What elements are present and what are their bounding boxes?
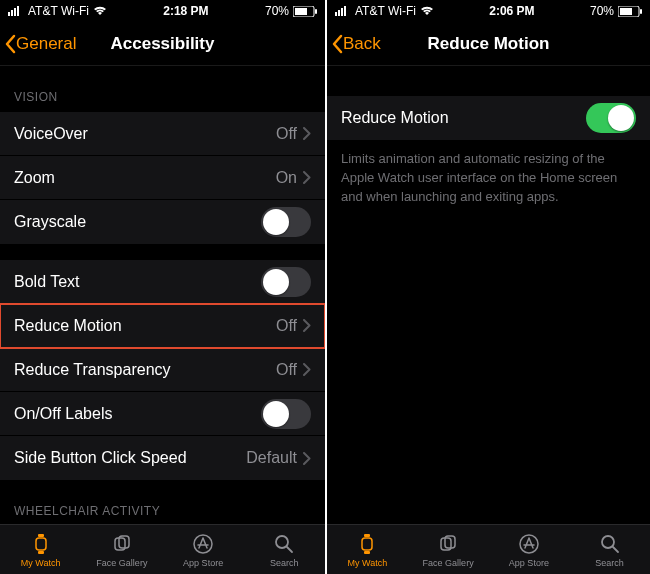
- tab-app-store[interactable]: App Store: [163, 525, 244, 574]
- clock: 2:06 PM: [434, 4, 590, 18]
- toggle-knob: [608, 105, 634, 131]
- face-gallery-icon: [110, 532, 134, 556]
- content-scroll[interactable]: Reduce Motion Limits animation and autom…: [327, 66, 650, 524]
- row-detail: On: [276, 169, 297, 187]
- row-reduce-transparency[interactable]: Reduce Transparency Off: [0, 348, 325, 392]
- svg-line-29: [613, 547, 618, 552]
- svg-rect-21: [640, 9, 642, 14]
- svg-rect-17: [341, 8, 343, 16]
- tab-face-gallery[interactable]: Face Gallery: [81, 525, 162, 574]
- row-label: On/Off Labels: [14, 405, 261, 423]
- toggle-grayscale[interactable]: [261, 207, 311, 237]
- tab-app-store[interactable]: App Store: [489, 525, 570, 574]
- description-text: Limits animation and automatic resizing …: [327, 140, 650, 217]
- svg-line-14: [287, 547, 292, 552]
- row-label: Zoom: [14, 169, 276, 187]
- tab-label: My Watch: [21, 558, 61, 568]
- row-reduce-motion-toggle[interactable]: Reduce Motion: [327, 96, 650, 140]
- reduce-motion-group: Reduce Motion: [327, 96, 650, 140]
- tab-label: Face Gallery: [423, 558, 474, 568]
- svg-rect-6: [315, 9, 317, 14]
- svg-rect-20: [620, 8, 632, 15]
- tab-label: App Store: [509, 558, 549, 568]
- row-label: Bold Text: [14, 273, 261, 291]
- toggle-reduce-motion[interactable]: [586, 103, 636, 133]
- tab-face-gallery[interactable]: Face Gallery: [408, 525, 489, 574]
- back-label: General: [16, 34, 76, 54]
- chevron-right-icon: [303, 171, 311, 184]
- row-side-button[interactable]: Side Button Click Speed Default: [0, 436, 325, 480]
- reduce-motion-panel: AT&T Wi-Fi 2:06 PM 70% Back Reduce Motio…: [325, 0, 650, 574]
- row-label: Reduce Motion: [341, 109, 586, 127]
- row-onoff-labels[interactable]: On/Off Labels: [0, 392, 325, 436]
- tab-search[interactable]: Search: [244, 525, 325, 574]
- tab-my-watch[interactable]: My Watch: [0, 525, 81, 574]
- toggle-knob: [263, 269, 289, 295]
- row-detail: Off: [276, 317, 297, 335]
- back-button[interactable]: General: [0, 34, 76, 54]
- row-reduce-motion[interactable]: Reduce Motion Off: [0, 304, 325, 348]
- vision-group: VoiceOver Off Zoom On Grayscale: [0, 112, 325, 244]
- clock: 2:18 PM: [107, 4, 265, 18]
- svg-rect-2: [14, 8, 16, 16]
- status-bar: AT&T Wi-Fi 2:18 PM 70%: [0, 0, 325, 22]
- tab-bar: My Watch Face Gallery App Store Search: [0, 524, 325, 574]
- row-grayscale[interactable]: Grayscale: [0, 200, 325, 244]
- carrier-text: AT&T Wi-Fi: [28, 4, 89, 18]
- app-store-icon: [517, 532, 541, 556]
- row-label: Reduce Transparency: [14, 361, 276, 379]
- face-gallery-icon: [436, 532, 460, 556]
- back-button[interactable]: Back: [327, 34, 381, 54]
- tab-search[interactable]: Search: [569, 525, 650, 574]
- svg-rect-7: [36, 538, 46, 550]
- svg-rect-18: [344, 6, 346, 16]
- battery-icon: [293, 6, 317, 17]
- row-zoom[interactable]: Zoom On: [0, 156, 325, 200]
- watch-icon: [29, 532, 53, 556]
- tab-label: Face Gallery: [96, 558, 147, 568]
- row-bold-text[interactable]: Bold Text: [0, 260, 325, 304]
- battery-text: 70%: [265, 4, 289, 18]
- svg-rect-3: [17, 6, 19, 16]
- svg-rect-23: [364, 534, 370, 537]
- watch-icon: [355, 532, 379, 556]
- chevron-right-icon: [303, 127, 311, 140]
- row-label: VoiceOver: [14, 125, 276, 143]
- svg-rect-15: [335, 12, 337, 16]
- svg-rect-5: [295, 8, 307, 15]
- nav-bar: General Accessibility: [0, 22, 325, 66]
- signal-icon: [8, 6, 24, 16]
- wifi-icon: [93, 6, 107, 16]
- row-label: Side Button Click Speed: [14, 449, 246, 467]
- row-voiceover[interactable]: VoiceOver Off: [0, 112, 325, 156]
- search-icon: [598, 532, 622, 556]
- signal-icon: [335, 6, 351, 16]
- nav-bar: Back Reduce Motion: [327, 22, 650, 66]
- tab-label: Search: [270, 558, 299, 568]
- svg-rect-24: [364, 551, 370, 554]
- chevron-left-icon: [4, 34, 16, 54]
- spacer: [0, 244, 325, 260]
- tab-my-watch[interactable]: My Watch: [327, 525, 408, 574]
- toggle-bold-text[interactable]: [261, 267, 311, 297]
- section-header-vision: VISION: [0, 66, 325, 112]
- tab-bar: My Watch Face Gallery App Store Search: [327, 524, 650, 574]
- svg-rect-9: [38, 551, 44, 554]
- carrier-text: AT&T Wi-Fi: [355, 4, 416, 18]
- content-scroll[interactable]: VISION VoiceOver Off Zoom On Grayscale B…: [0, 66, 325, 524]
- chevron-right-icon: [303, 319, 311, 332]
- svg-rect-1: [11, 10, 13, 16]
- row-detail: Off: [276, 125, 297, 143]
- text-group: Bold Text Reduce Motion Off Reduce Trans…: [0, 260, 325, 480]
- wifi-icon: [420, 6, 434, 16]
- spacer: [327, 66, 650, 96]
- battery-icon: [618, 6, 642, 17]
- toggle-onoff-labels[interactable]: [261, 399, 311, 429]
- accessibility-panel: AT&T Wi-Fi 2:18 PM 70% General Accessibi…: [0, 0, 325, 574]
- svg-rect-16: [338, 10, 340, 16]
- row-label: Reduce Motion: [14, 317, 276, 335]
- chevron-right-icon: [303, 363, 311, 376]
- battery-text: 70%: [590, 4, 614, 18]
- status-bar: AT&T Wi-Fi 2:06 PM 70%: [327, 0, 650, 22]
- toggle-knob: [263, 209, 289, 235]
